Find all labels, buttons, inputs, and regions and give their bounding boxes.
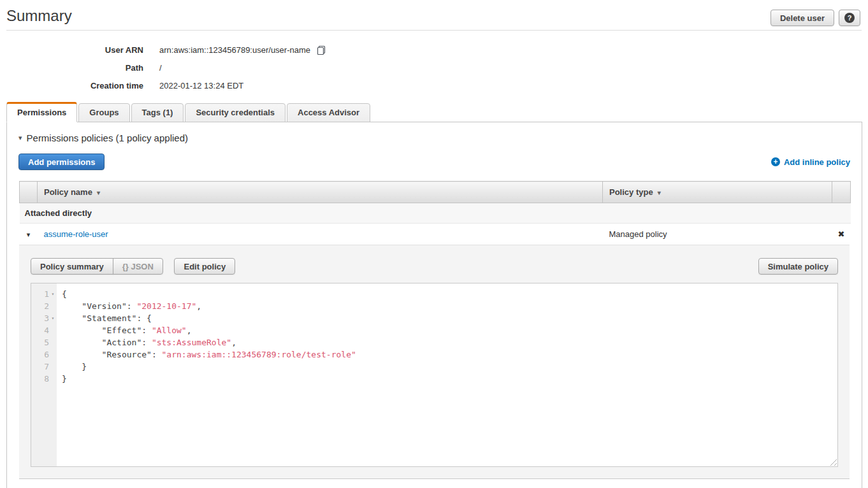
simulate-policy-button[interactable]: Simulate policy [758, 258, 838, 275]
user-details: User ARN arn:aws:iam::123456789:user/use… [0, 31, 868, 102]
permissions-tab-panel: ▾ Permissions policies (1 policy applied… [6, 122, 862, 488]
copy-icon[interactable] [316, 45, 326, 55]
detach-policy-x-icon[interactable]: ✖ [838, 229, 845, 239]
policy-type-value: Managed policy [603, 224, 832, 245]
attached-directly-group-row: Attached directly [20, 203, 851, 224]
policy-table: Policy name▾ Policy type▾ Attached direc… [19, 181, 851, 245]
edit-policy-button[interactable]: Edit policy [174, 258, 235, 275]
path-label: Path [0, 63, 159, 73]
gutter-line-number: 6 [31, 348, 57, 361]
gutter-line-number: 3▾ [31, 312, 57, 324]
policy-type-column-header[interactable]: Policy type▾ [603, 182, 832, 203]
user-arn-row: User ARN arn:aws:iam::123456789:user/use… [0, 41, 868, 59]
gutter-line-number: 2 [31, 300, 57, 312]
page-header: Summary Delete user ? [0, 0, 868, 30]
editor-code: { "Version": "2012-10-17", "Statement": … [57, 283, 837, 466]
gutter-line-number: 5 [31, 336, 57, 348]
row-expander-caret-icon[interactable]: ▾ [27, 231, 31, 238]
help-button[interactable]: ? [839, 10, 860, 26]
tab-permissions[interactable]: Permissions [6, 102, 77, 122]
creation-time-value: 2022-01-12 13:24 EDT [159, 81, 243, 90]
tab-access-advisor[interactable]: Access Advisor [287, 103, 370, 122]
user-arn-label: User ARN [0, 45, 159, 55]
add-permissions-button[interactable]: Add permissions [18, 154, 105, 170]
editor-gutter: 1▾23▾45678 [31, 283, 57, 466]
gutter-line-number: 1▾ [31, 288, 57, 300]
permissions-policies-section-header: ▾ Permissions policies (1 policy applied… [7, 122, 862, 143]
gutter-line-number: 8 [31, 373, 57, 385]
policy-table-wrap: Policy name▾ Policy type▾ Attached direc… [19, 181, 850, 479]
user-arn-value: arn:aws:iam::123456789:user/user-name [159, 45, 310, 55]
actions-column-header [832, 182, 851, 203]
add-inline-policy-label: Add inline policy [784, 157, 850, 167]
collapse-caret-icon[interactable]: ▾ [18, 134, 22, 142]
json-view-button[interactable]: {} JSON [113, 258, 163, 275]
view-toggle-group: Policy summary {} JSON [31, 258, 163, 275]
path-row: Path / [0, 59, 868, 76]
sort-caret-icon: ▾ [97, 189, 100, 196]
policy-name-column-header[interactable]: Policy name▾ [38, 182, 603, 203]
plus-icon: + [771, 157, 780, 166]
policy-detail-buttons: Policy summary {} JSON Edit policy Simul… [31, 258, 838, 275]
policy-summary-button[interactable]: Policy summary [31, 258, 113, 275]
header-actions: Delete user ? [770, 10, 860, 26]
add-inline-policy-link[interactable]: + Add inline policy [771, 157, 850, 167]
creation-time-label: Creation time [0, 81, 159, 90]
delete-user-button[interactable]: Delete user [770, 10, 834, 26]
code-line: "Statement": { [62, 312, 837, 324]
expander-column-header [20, 182, 38, 203]
tab-security-credentials[interactable]: Security credentials [185, 103, 286, 122]
policy-name-link[interactable]: assume-role-user [44, 229, 108, 239]
tab-tags[interactable]: Tags (1) [131, 103, 184, 122]
code-line: "Resource": "arn:aws:iam::123456789:role… [62, 348, 837, 361]
fold-caret-icon[interactable]: ▾ [49, 288, 57, 300]
gutter-line-number: 4 [31, 324, 57, 336]
fold-caret-icon[interactable]: ▾ [49, 312, 57, 324]
code-line: "Action": "sts:AssumeRole", [62, 336, 837, 348]
permissions-policies-title: Permissions policies (1 policy applied) [27, 133, 188, 143]
tab-groups[interactable]: Groups [78, 103, 129, 122]
code-line: } [62, 361, 837, 373]
json-policy-editor[interactable]: 1▾23▾45678 { "Version": "2012-10-17", "S… [31, 283, 838, 467]
sort-caret-icon: ▾ [658, 189, 661, 196]
code-line: "Version": "2012-10-17", [62, 300, 837, 312]
code-line: "Effect": "Allow", [62, 324, 837, 336]
tab-bar: Permissions Groups Tags (1) Security cre… [0, 102, 868, 122]
policy-row: ▾ assume-role-user Managed policy ✖ [20, 224, 851, 245]
path-value: / [159, 63, 162, 73]
page-title: Summary [6, 7, 72, 25]
policy-actions-row: Add permissions + Add inline policy [7, 154, 862, 170]
policy-detail-panel: Policy summary {} JSON Edit policy Simul… [19, 245, 850, 479]
policy-table-header-row: Policy name▾ Policy type▾ [20, 182, 851, 203]
help-icon: ? [844, 13, 855, 23]
code-line: { [62, 288, 837, 300]
attached-directly-label: Attached directly [20, 203, 851, 224]
code-line: } [62, 373, 837, 385]
creation-time-row: Creation time 2022-01-12 13:24 EDT [0, 76, 868, 94]
gutter-line-number: 7 [31, 361, 57, 373]
